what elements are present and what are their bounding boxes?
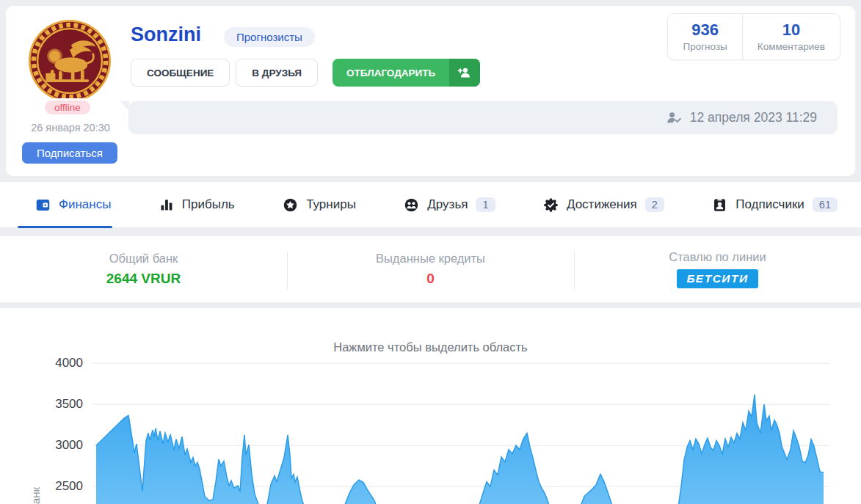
y-tick: 4000 — [0, 356, 83, 370]
comments-count: 10 — [758, 21, 825, 40]
thank-button[interactable]: ОТБЛАГОДАРИТЬ — [333, 59, 480, 87]
tab-finances[interactable]: Финансы — [35, 182, 111, 227]
registration-date: 12 апреля 2023 11:29 — [690, 110, 817, 125]
subscriber-card-icon — [712, 197, 727, 213]
tab-achievements[interactable]: Достижения 2 — [543, 182, 664, 227]
avatar[interactable] — [28, 19, 112, 103]
add-friend-button[interactable]: В ДРУЗЬЯ — [236, 59, 318, 87]
stat-forecasts[interactable]: 936 Прогнозы — [668, 14, 741, 59]
y-tick: 3500 — [0, 397, 83, 412]
achievement-icon — [543, 197, 559, 213]
achievements-count-badge: 2 — [645, 197, 664, 212]
profile-tabs: Финансы Прибыль Турниры — [0, 182, 861, 228]
message-button[interactable]: СООБЩЕНИЕ — [131, 59, 230, 87]
stat-comments[interactable]: 10 Комментариев — [742, 14, 840, 59]
status-badge: offline — [43, 98, 92, 117]
subscribe-button[interactable]: Подписаться — [22, 142, 117, 164]
person-plus-icon — [449, 59, 480, 87]
profile-stats: 936 Прогнозы 10 Комментариев — [667, 13, 840, 60]
bank-area-chart[interactable] — [93, 355, 832, 504]
action-buttons: СООБЩЕНИЕ В ДРУЗЬЯ ОТБЛАГОДАРИТЬ — [131, 59, 480, 87]
finance-summary: Общий банк 2644 VRUR Выданные кредиты 0 … — [0, 236, 861, 302]
y-tick: 3000 — [0, 438, 83, 453]
bank-amount: 2644 VRUR — [106, 271, 181, 287]
y-axis-ticks: 4000350030002500 — [0, 355, 88, 504]
tab-tournaments[interactable]: Турниры — [283, 182, 356, 227]
y-tick: 2500 — [0, 479, 83, 494]
bank-chart-card: Нажмите чтобы выделить область 400035003… — [0, 308, 861, 504]
registration-date-bar: 12 апреля 2023 11:29 — [128, 101, 838, 134]
bookmaker-badge[interactable]: БЕТСИТИ — [677, 269, 758, 288]
last-seen-text: 26 января 20:30 — [6, 122, 135, 134]
profile-name: Sonzini — [131, 23, 201, 46]
tournament-star-icon — [283, 197, 298, 213]
friends-icon — [404, 197, 419, 213]
tab-friends[interactable]: Друзья 1 — [404, 182, 495, 227]
wallet-icon — [35, 197, 51, 213]
issued-credits: Выданные кредиты 0 — [287, 236, 574, 302]
credits-amount: 0 — [426, 271, 435, 287]
tab-subscribers[interactable]: Подписчики 61 — [712, 182, 838, 227]
bar-chart-icon — [159, 197, 174, 212]
betting-line: Ставлю по линии БЕТСИТИ — [574, 236, 861, 302]
group-chip[interactable]: Прогнозисты — [224, 27, 315, 47]
tab-profit[interactable]: Прибыль — [159, 182, 235, 227]
y-axis-label: Банк — [29, 478, 42, 504]
forecasts-count: 936 — [683, 21, 727, 40]
subscribers-count-badge: 61 — [813, 197, 838, 212]
total-bank: Общий банк 2644 VRUR — [0, 236, 287, 302]
chart-title: Нажмите чтобы выделить область — [0, 340, 861, 354]
profile-header-card: offline 26 января 20:30 Подписаться Sonz… — [6, 6, 855, 176]
person-check-icon — [666, 109, 683, 126]
friends-count-badge: 1 — [476, 197, 495, 212]
